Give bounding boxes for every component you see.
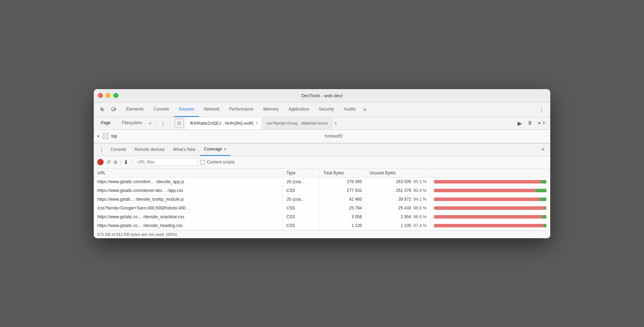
cell-total: 276 595 [320, 177, 366, 186]
cell-total: 1 135 [320, 221, 366, 230]
tab-memory[interactable]: Memory [258, 102, 283, 117]
col-header-type: Type [283, 169, 320, 178]
cell-type: JS (coa… [283, 195, 320, 203]
cell-type: CSS [283, 186, 320, 195]
top-label: top [111, 134, 117, 139]
stop-button[interactable]: ⊘ [113, 159, 118, 165]
devtools-window: DevTools - web.dev/ Elements Console Sou… [94, 89, 550, 238]
run-button[interactable]: ▶ [515, 119, 524, 128]
cell-type: CSS [283, 221, 320, 230]
top-row-content: ▼ □ top font/woff2 [94, 133, 550, 139]
record-button[interactable] [97, 159, 104, 165]
title-bar: DevTools - web.dev/ [94, 89, 550, 102]
status-bar: 571 KB of 612 KB bytes are not used. (93… [94, 230, 550, 238]
bottom-drawer: ⋮ Console Remote devices What's New Cove… [94, 143, 550, 238]
tab-elements[interactable]: Elements [121, 102, 149, 117]
tab-audits[interactable]: Audits [339, 102, 360, 117]
minimize-button[interactable] [106, 93, 111, 98]
table-row[interactable]: /css?family=Google+Sans:400,500|Roboto:4… [94, 203, 550, 212]
drawer-close-button[interactable]: × [539, 146, 547, 153]
toolbar-divider-2 [131, 159, 131, 165]
reload-button[interactable]: ↺ [106, 159, 111, 165]
coverage-table: URL Type Total Bytes Unused Bytes https:… [94, 169, 550, 230]
top-frame-row: ▼ □ top font/woff2 [94, 130, 550, 143]
tab-network[interactable]: Network [199, 102, 224, 117]
toolbar-divider [120, 159, 121, 165]
close-button[interactable] [98, 93, 103, 98]
drawer-tab-console[interactable]: Console [106, 144, 130, 156]
cell-url: https://www.gstatic.co… /devsite_heading… [94, 221, 283, 230]
cell-bar [430, 203, 550, 212]
sources-three-dots[interactable]: ⋮ [160, 120, 166, 127]
tab-sources[interactable]: Sources [174, 102, 199, 117]
cell-unused: 39 972 94.1 % [366, 195, 430, 203]
font-label: font/woff2 [120, 134, 547, 139]
cell-unused: 251 370 90.4 % [366, 186, 430, 195]
coverage-tab-close[interactable]: × [224, 147, 226, 151]
cell-total: 42 460 [320, 195, 366, 203]
download-button[interactable]: ⬇ [124, 159, 128, 166]
tab-application[interactable]: Application [283, 102, 314, 117]
table-row[interactable]: https://www.gstatic.co… /devsite_snackba… [94, 212, 550, 221]
tab-performance[interactable]: Performance [224, 102, 258, 117]
cell-unused: 25 433 98.6 % [366, 203, 430, 212]
maximize-button[interactable] [113, 93, 118, 98]
content-scripts-area: Content scripts [200, 160, 235, 165]
drawer-tab-bar: ⋮ Console Remote devices What's New Cove… [94, 144, 550, 156]
drawer-tab-whatsnew[interactable]: What's New [169, 144, 200, 156]
tab-security[interactable]: Security [314, 102, 339, 117]
cell-bar [430, 221, 550, 230]
frame-icon: □ [103, 133, 109, 139]
drawer-three-dots[interactable]: ⋮ [97, 146, 106, 153]
more-tabs-icon[interactable]: » [361, 102, 369, 117]
cell-url: https://www.gstati… /devsite_tooltip_mod… [94, 195, 283, 203]
url-filter-input[interactable] [134, 158, 197, 166]
tab-console[interactable]: Console [149, 102, 174, 117]
sources-tab-page[interactable]: Page [97, 117, 115, 129]
file-tab-more[interactable]: » [333, 121, 339, 126]
inspect-icon[interactable] [98, 105, 107, 114]
file-tab-css[interactable]: css?family=Goog…Material+Icons [263, 117, 331, 129]
cell-url: https://www.gstatic.com/devrel-dev… /app… [94, 186, 283, 195]
cell-url: https://www.gstatic.co… /devsite_snackba… [94, 212, 283, 221]
file-tab-woff2-label: flUhRq6tzZclQEJ…NcIhQ8tQ.woff2 [190, 121, 254, 125]
more-options-icon[interactable]: ⋮ [537, 105, 546, 114]
file-decode-icon[interactable]: ⊡ [175, 119, 184, 128]
top-right-label: ▼ Ti [535, 121, 548, 125]
cell-type: CSS [283, 212, 320, 221]
sources-divider-2 [170, 120, 170, 126]
cell-total: 25 784 [320, 203, 366, 212]
file-tab-woff2-close[interactable]: × [256, 121, 258, 126]
cell-total: 3 058 [320, 212, 366, 221]
cell-url: https://www.gstatic.com/devr… /devsite_a… [94, 177, 283, 186]
file-tab-woff2[interactable]: flUhRq6tzZclQEJ…NcIhQ8tQ.woff2 × [186, 117, 262, 129]
sources-tab-filesystem[interactable]: Filesystem [118, 117, 146, 129]
table-row[interactable]: https://www.gstatic.co… /devsite_heading… [94, 221, 550, 230]
expand-arrow[interactable]: ▼ [97, 134, 100, 138]
devtools-icons [95, 105, 121, 114]
content-scripts-checkbox[interactable] [200, 160, 205, 165]
drawer-tab-coverage[interactable]: Coverage × [200, 144, 230, 156]
cell-unused: 1 105 97.4 % [366, 221, 430, 230]
traffic-lights [98, 93, 118, 98]
sources-more-tabs[interactable]: » [149, 121, 151, 126]
cell-type: JS (coa… [283, 177, 320, 186]
cell-total: 277 932 [320, 186, 366, 195]
table-row[interactable]: https://www.gstati… /devsite_tooltip_mod… [94, 195, 550, 203]
file-tab-css-label: css?family=Goog…Material+Icons [266, 121, 328, 125]
table-row[interactable]: https://www.gstatic.com/devrel-dev… /app… [94, 186, 550, 195]
cell-bar [430, 186, 550, 195]
col-header-total: Total Bytes [320, 169, 366, 178]
col-header-url: URL [94, 169, 283, 178]
table-row[interactable]: https://www.gstatic.com/devr… /devsite_a… [94, 177, 550, 186]
pause-button[interactable]: ⏸ [527, 120, 533, 126]
cell-bar [430, 177, 550, 186]
cell-bar [430, 195, 550, 203]
sources-sub-bar: Page Filesystem » ⋮ ⊡ flUhRq6tzZclQEJ…Nc… [94, 117, 550, 130]
file-tab-area: flUhRq6tzZclQEJ…NcIhQ8tQ.woff2 × css?fam… [186, 117, 512, 129]
col-header-unused: Unused Bytes [366, 169, 430, 178]
drawer-tab-remote[interactable]: Remote devices [130, 144, 169, 156]
device-icon[interactable] [109, 105, 118, 114]
col-header-bar [430, 169, 550, 178]
cell-bar [430, 212, 550, 221]
